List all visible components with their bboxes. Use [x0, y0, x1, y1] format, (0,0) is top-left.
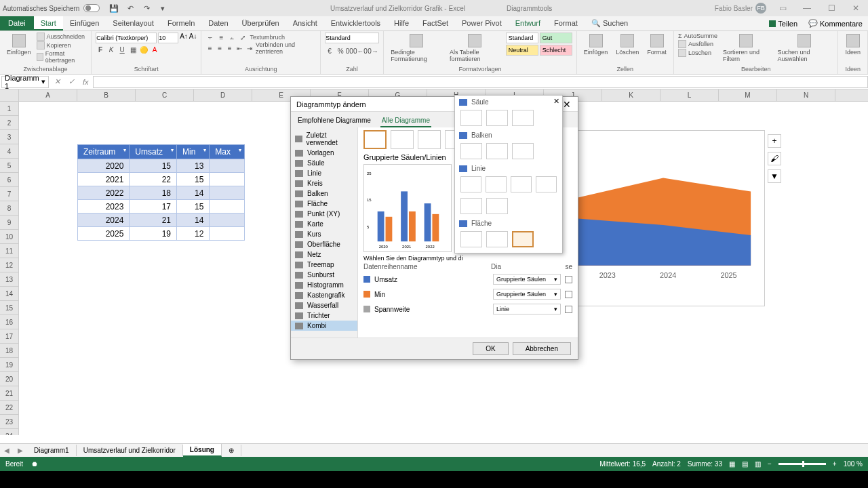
row-header[interactable]: 2 — [0, 116, 19, 130]
chart-type-item[interactable]: Karte — [291, 219, 357, 229]
cancel-formula-icon[interactable]: ✕ — [50, 77, 64, 86]
popup-close-icon[interactable]: ✕ — [553, 97, 559, 106]
chart-type-item[interactable]: Oberfläche — [291, 239, 357, 249]
row-header[interactable]: 4 — [0, 144, 19, 159]
area-stacked[interactable] — [486, 231, 508, 247]
tab-factset[interactable]: FactSet — [416, 16, 455, 30]
cancel-button[interactable]: Abbrechen — [513, 342, 571, 355]
table-cell[interactable]: 14 — [177, 214, 210, 227]
zoom-out-icon[interactable]: − — [768, 460, 772, 468]
chart-styles-icon[interactable]: 🖌 — [768, 152, 781, 165]
align-right-icon[interactable]: ≡ — [226, 43, 235, 53]
clear-button[interactable]: Löschen — [678, 49, 717, 57]
dec-decimal-icon[interactable]: 0→ — [368, 46, 378, 56]
conditional-formatting-button[interactable]: Bedingte Formatierung — [388, 33, 444, 64]
comma-icon[interactable]: 000 — [347, 46, 356, 56]
name-box[interactable]: Diagramm 1 ▾ — [1, 76, 49, 88]
wrap-text-button[interactable]: Textumbruch — [249, 33, 285, 42]
cell-style-standard[interactable]: Standard — [506, 33, 538, 43]
view-page-break-icon[interactable]: ▥ — [755, 460, 761, 468]
insert-cells-button[interactable]: Einfügen — [581, 33, 611, 57]
row-header[interactable]: 20 — [0, 372, 19, 386]
format-as-table-button[interactable]: Als Tabelle formatieren — [447, 33, 503, 64]
tab-einfuegen[interactable]: Einfügen — [63, 16, 106, 30]
line-stacked100[interactable] — [511, 176, 532, 192]
table-header[interactable]: Min — [177, 145, 210, 159]
close-icon[interactable]: ✕ — [846, 3, 865, 13]
italic-icon[interactable]: K — [106, 45, 116, 54]
row-header[interactable]: 5 — [0, 159, 19, 173]
bar-stacked[interactable] — [486, 143, 508, 159]
tab-entwurf[interactable]: Entwurf — [509, 16, 547, 30]
tab-hilfe[interactable]: Hilfe — [387, 16, 416, 30]
format-painter-button[interactable]: Format übertragen — [37, 50, 87, 64]
new-sheet-button[interactable]: ⊕ — [222, 445, 241, 456]
macro-record-icon[interactable]: ⏺ — [31, 460, 38, 468]
table-header[interactable]: Max — [210, 145, 245, 159]
col-header[interactable]: N — [777, 89, 835, 101]
row-header[interactable]: 9 — [0, 216, 19, 230]
fill-button[interactable]: Ausfüllen — [678, 40, 717, 48]
table-cell[interactable]: 22 — [130, 173, 177, 186]
table-cell[interactable]: 15 — [177, 200, 210, 214]
chart-type-item[interactable]: Kreis — [291, 178, 357, 188]
chart-type-item[interactable]: Punkt (XY) — [291, 209, 357, 219]
row-header[interactable]: 17 — [0, 329, 19, 344]
chart-type-item[interactable]: Netz — [291, 249, 357, 260]
chart-type-item[interactable]: Zuletzt verwendet — [291, 130, 357, 148]
orientation-icon[interactable]: ⤢ — [238, 33, 248, 42]
comments-button[interactable]: 💬 Kommentare — [803, 16, 868, 30]
table-cell[interactable]: 14 — [177, 186, 210, 200]
table-cell[interactable]: 13 — [177, 159, 210, 173]
share-button[interactable]: Teilen — [764, 16, 803, 30]
tab-ueberpruefen[interactable]: Überprüfen — [235, 16, 286, 30]
ribbon-options-icon[interactable]: ▭ — [773, 3, 792, 13]
series-type-select[interactable]: Linie▾ — [493, 304, 561, 314]
table-cell[interactable]: 2024 — [78, 214, 130, 227]
copy-button[interactable]: Kopieren — [37, 41, 87, 49]
cell-style-schlecht[interactable]: Schlecht — [540, 45, 572, 56]
row-header[interactable]: 11 — [0, 244, 19, 258]
save-icon[interactable]: 💾 — [109, 3, 119, 13]
tab-format[interactable]: Format — [547, 16, 585, 30]
secondary-axis-checkbox[interactable] — [565, 306, 572, 313]
table-header[interactable]: Zeitraum — [78, 145, 130, 159]
table-header[interactable]: Umsatz — [130, 145, 177, 159]
row-header[interactable]: 23 — [0, 415, 19, 429]
row-header[interactable]: 14 — [0, 287, 19, 301]
chart-type-item[interactable]: Säule — [291, 158, 357, 168]
dialog-tab-all[interactable]: Alle Diagramme — [380, 115, 431, 127]
minimize-icon[interactable]: — — [797, 3, 816, 13]
align-center-icon[interactable]: ≡ — [216, 43, 224, 53]
row-header[interactable]: 15 — [0, 301, 19, 315]
row-header[interactable]: 1 — [0, 102, 19, 116]
chart-type-item[interactable]: Linie — [291, 168, 357, 178]
col-header[interactable]: M — [719, 89, 777, 101]
series-type-select[interactable]: Gruppierte Säulen▾ — [493, 274, 561, 285]
table-cell[interactable] — [210, 159, 245, 173]
bar-stacked100[interactable] — [512, 143, 534, 159]
align-middle-icon[interactable]: ≡ — [216, 33, 226, 42]
undo-icon[interactable]: ↶ — [125, 3, 135, 13]
font-select[interactable] — [96, 33, 157, 43]
table-cell[interactable]: 15 — [130, 159, 177, 173]
accept-formula-icon[interactable]: ✓ — [64, 77, 79, 86]
chart-filter-icon[interactable]: ▼ — [768, 169, 781, 183]
table-cell[interactable]: 18 — [130, 186, 177, 200]
format-cells-button[interactable]: Format — [644, 33, 669, 57]
table-cell[interactable]: 2025 — [78, 227, 130, 241]
align-left-icon[interactable]: ≡ — [205, 43, 214, 53]
chart-type-item[interactable]: Kastengrafik — [291, 290, 357, 300]
tab-powerpivot[interactable]: Power Pivot — [455, 16, 509, 30]
dialog-tab-recommended[interactable]: Empfohlene Diagramme — [296, 115, 372, 127]
zoom-in-icon[interactable]: + — [833, 460, 837, 468]
line-markers-stacked100[interactable] — [486, 198, 508, 214]
line-markers-stacked[interactable] — [460, 198, 482, 214]
align-bottom-icon[interactable]: ⫠ — [227, 33, 237, 42]
search-input[interactable]: 🔍 Suchen — [585, 16, 635, 30]
fx-icon[interactable]: fx — [79, 78, 93, 86]
col-header[interactable]: D — [194, 89, 252, 101]
series-type-select[interactable]: Gruppierte Säulen▾ — [493, 289, 561, 300]
area-basic[interactable] — [460, 231, 482, 247]
row-header[interactable]: 13 — [0, 272, 19, 287]
